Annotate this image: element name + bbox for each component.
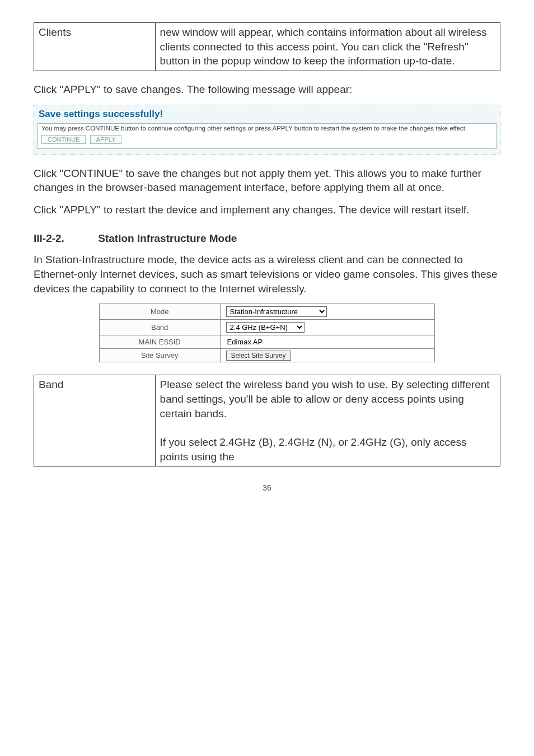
config-table-screenshot: Mode Station-Infrastructure Band 2.4 GHz… xyxy=(99,304,435,362)
band-desc-p2: If you select 2.4GHz (B), 2.4GHz (N), or… xyxy=(160,436,467,463)
continue-button[interactable]: CONTINUE xyxy=(41,135,86,144)
clients-desc-cell: new window will appear, which contains i… xyxy=(155,23,500,71)
page-number: 36 xyxy=(34,483,500,492)
apply-button[interactable]: APPLY xyxy=(90,135,122,144)
save-settings-screenshot: Save settings successfully! You may pres… xyxy=(34,105,500,155)
band-desc-table: Band Please select the wireless band you… xyxy=(34,375,500,466)
clients-label-cell: Clients xyxy=(34,23,156,71)
station-mode-para: In Station-Infrastructure mode, the devi… xyxy=(34,253,500,296)
band-select[interactable]: 2.4 GHz (B+G+N) xyxy=(226,322,305,333)
survey-value-cell: Select Site Survey xyxy=(220,349,435,362)
essid-label: MAIN ESSID xyxy=(99,335,220,349)
save-settings-fieldset: You may press CONTINUE button to continu… xyxy=(38,123,496,149)
mode-select[interactable]: Station-Infrastructure xyxy=(226,306,327,317)
essid-value-cell xyxy=(220,335,435,349)
band-desc-cell: Please select the wireless band you wish… xyxy=(155,375,500,466)
section-heading: III-2-2. Station Infrastructure Mode xyxy=(34,232,500,245)
select-site-survey-button[interactable]: Select Site Survey xyxy=(226,351,291,361)
save-settings-panel: Save settings successfully! You may pres… xyxy=(34,105,500,155)
mode-label: Mode xyxy=(99,304,220,320)
apply-explain-para: Click "APPLY" to restart the device and … xyxy=(34,203,500,217)
survey-label: Site Survey xyxy=(99,349,220,362)
essid-input[interactable] xyxy=(226,338,352,346)
continue-explain-para: Click "CONTINUE" to save the changes but… xyxy=(34,166,500,195)
save-settings-title: Save settings successfully! xyxy=(39,109,496,120)
apply-instruction-para: Click "APPLY" to save changes. The follo… xyxy=(34,82,500,97)
band-value-cell: 2.4 GHz (B+G+N) xyxy=(220,320,435,335)
save-settings-message: You may press CONTINUE button to continu… xyxy=(41,125,493,132)
section-number: III-2-2. xyxy=(34,232,95,245)
band-label: Band xyxy=(99,320,220,335)
section-title: Station Infrastructure Mode xyxy=(98,232,237,244)
band-label-cell: Band xyxy=(34,375,156,466)
clients-desc-table: Clients new window will appear, which co… xyxy=(34,22,500,71)
band-desc-p1: Please select the wireless band you wish… xyxy=(160,379,490,419)
mode-value-cell: Station-Infrastructure xyxy=(220,304,435,320)
